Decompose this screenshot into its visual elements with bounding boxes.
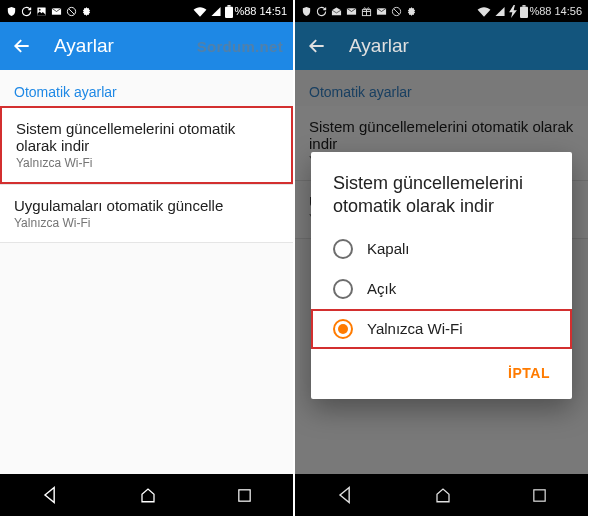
phone-left: %88 14:51 Ayarlar Sordum.net Otomatik ay… <box>0 0 293 516</box>
section-title: Otomatik ayarlar <box>0 70 293 106</box>
watermark-text: Sordum.net <box>197 38 283 55</box>
settings-content: Otomatik ayarlar Sistem güncellemelerini… <box>0 70 293 474</box>
radio-label: Açık <box>367 280 396 297</box>
svg-rect-4 <box>225 6 233 17</box>
battery-text: %88 <box>234 5 256 17</box>
divider <box>0 242 293 243</box>
radio-option-on[interactable]: Açık <box>311 269 572 309</box>
setting-secondary: Yalnızca Wi-Fi <box>14 216 279 230</box>
download-dialog: Sistem güncellemelerini otomatik olarak … <box>311 152 572 399</box>
shield-icon <box>6 6 17 17</box>
settings-icon <box>81 6 92 17</box>
clock-text: 14:51 <box>259 5 287 17</box>
nav-recent-icon[interactable] <box>236 487 253 504</box>
setting-secondary: Yalnızca Wi-Fi <box>16 156 277 170</box>
nav-home-icon[interactable] <box>139 486 157 504</box>
nav-bar <box>0 474 293 516</box>
battery-indicator: %88 <box>225 5 256 18</box>
image-icon <box>36 6 47 17</box>
setting-app-updates[interactable]: Uygulamaları otomatik güncelle Yalnızca … <box>0 185 293 242</box>
radio-icon <box>333 279 353 299</box>
phone-right: %88 14:56 Ayarlar Otomatik ayarlar Siste… <box>295 0 588 516</box>
signal-icon <box>210 6 222 17</box>
nav-back-icon[interactable] <box>40 485 60 505</box>
svg-rect-6 <box>239 489 250 500</box>
setting-primary: Sistem güncellemelerini otomatik olarak … <box>16 120 277 154</box>
toolbar-title: Ayarlar <box>54 35 114 57</box>
radio-label: Kapalı <box>367 240 410 257</box>
svg-rect-5 <box>228 5 231 7</box>
block-icon <box>66 6 77 17</box>
radio-label: Yalnızca Wi-Fi <box>367 320 463 337</box>
setting-primary: Uygulamaları otomatik güncelle <box>14 197 279 214</box>
dialog-title: Sistem güncellemelerini otomatik olarak … <box>311 172 572 229</box>
setting-system-updates[interactable]: Sistem güncellemelerini otomatik olarak … <box>0 106 293 184</box>
svg-point-1 <box>39 8 41 10</box>
dialog-actions: İPTAL <box>311 349 572 391</box>
radio-icon <box>333 319 353 339</box>
cancel-button[interactable]: İPTAL <box>498 359 560 387</box>
mail-icon <box>51 6 62 17</box>
radio-icon <box>333 239 353 259</box>
wifi-icon <box>193 6 207 17</box>
status-bar: %88 14:51 <box>0 0 293 22</box>
radio-option-off[interactable]: Kapalı <box>311 229 572 269</box>
app-toolbar: Ayarlar Sordum.net <box>0 22 293 70</box>
refresh-icon <box>21 6 32 17</box>
radio-option-wifi-only[interactable]: Yalnızca Wi-Fi <box>311 309 572 349</box>
back-icon[interactable] <box>12 36 32 56</box>
